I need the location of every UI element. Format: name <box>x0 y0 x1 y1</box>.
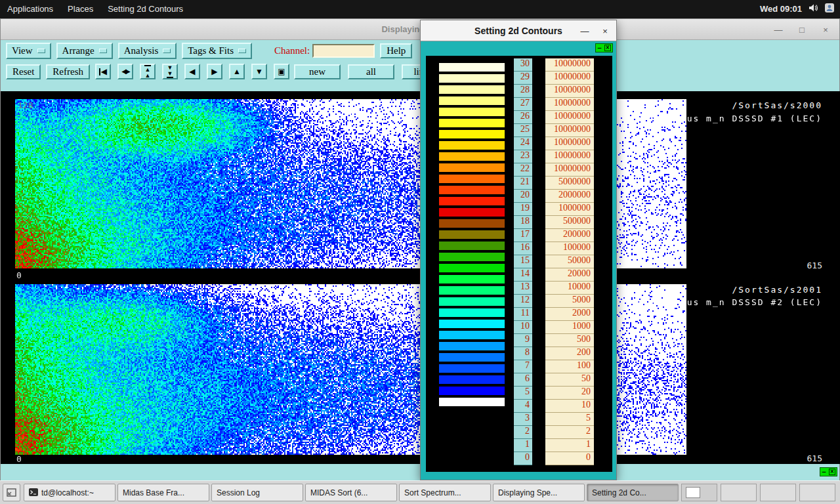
step-down-icon: ▼ <box>255 68 263 75</box>
reset-button[interactable]: Reset <box>6 64 41 79</box>
menu-analysis-button[interactable]: Analysis <box>118 43 177 59</box>
plot1-spectrum-name: /SortSas/s2000 <box>732 100 822 110</box>
all-mode-button[interactable]: all <box>348 64 394 79</box>
contour-value-entry-11[interactable]: 2000 <box>545 308 594 321</box>
minimize-icon[interactable]: — <box>579 26 591 36</box>
step-left-button[interactable]: ◀ <box>184 64 200 79</box>
shade-close-widget[interactable]: −× <box>595 43 613 52</box>
contour-swatch-25 <box>439 119 505 127</box>
refresh-button[interactable]: Refresh <box>46 64 90 79</box>
contour-swatch-7 <box>439 320 505 328</box>
contour-swatch-12 <box>439 264 505 272</box>
contour-value-entry-24[interactable]: 10000000 <box>545 137 594 150</box>
contour-swatches <box>439 61 505 409</box>
panel-menu-places[interactable]: Places <box>60 0 100 18</box>
panel-window-button[interactable]: Setting 2d Contours <box>100 0 190 18</box>
contour-value-entry-19[interactable]: 1000000 <box>545 203 594 216</box>
step-up-button[interactable]: ▲ <box>229 64 245 79</box>
help-button[interactable]: Help <box>380 43 412 58</box>
contour-value-entry-12[interactable]: 5000 <box>545 295 594 308</box>
contour-value-entry-13[interactable]: 10000 <box>545 282 594 295</box>
new-mode-button[interactable]: new <box>294 64 341 79</box>
contour-value-entry-25[interactable]: 10000000 <box>545 124 594 137</box>
expand-horizontal-icon: ◀▶ <box>121 68 129 75</box>
step-down-button[interactable]: ▼ <box>251 64 267 79</box>
taskbar-button-setting-2d-co[interactable]: Setting 2d Co... <box>587 484 679 501</box>
contour-value-entry-21[interactable]: 5000000 <box>545 177 594 190</box>
contour-value-entry-2[interactable]: 2 <box>545 426 594 439</box>
menu-tags-fits-button[interactable]: Tags & Fits <box>182 43 252 59</box>
contour-swatch-16 <box>439 219 505 228</box>
expand-horizontal-button[interactable]: ◀▶ <box>117 64 133 79</box>
taskbar-button-label: Displaying Spe... <box>498 488 557 497</box>
clock[interactable]: Wed 09:01 <box>760 4 802 14</box>
skip-start-button[interactable]: ◀ <box>95 64 111 79</box>
contour-value-entry-30[interactable]: 10000000 <box>545 58 594 72</box>
taskbar-button-midas-base-fra[interactable]: Midas Base Fra... <box>117 484 209 501</box>
channel-label: Channel: <box>274 45 310 56</box>
contour-value-entry-14[interactable]: 20000 <box>545 268 594 282</box>
contour-value-entry-28[interactable]: 10000000 <box>545 85 594 98</box>
contours-panel: 3029282726252423222120191817161514131211… <box>426 56 612 472</box>
contour-value-entry-10[interactable]: 1000 <box>545 321 594 334</box>
contour-swatch-20 <box>439 175 505 183</box>
workspace-4[interactable] <box>799 484 835 501</box>
panel-menu-applications[interactable]: Applications <box>0 0 60 18</box>
contour-value-entry-0[interactable]: 0 <box>545 452 594 465</box>
channel-input[interactable] <box>312 44 375 58</box>
taskbar-button-session-log[interactable]: Session Log <box>211 484 303 501</box>
taskbar-button-td-localhost[interactable]: td@localhost:~ <box>24 484 116 501</box>
user-status-icon[interactable] <box>824 3 835 15</box>
contour-index-18: 18 <box>514 216 532 229</box>
contour-value-entry-20[interactable]: 2000000 <box>545 190 594 203</box>
menu-view-button[interactable]: View <box>6 43 51 59</box>
close-icon[interactable]: × <box>818 25 833 35</box>
contour-index-2: 2 <box>514 426 532 439</box>
contour-value-entry-9[interactable]: 500 <box>545 334 594 347</box>
contour-value-entry-17[interactable]: 200000 <box>545 229 594 242</box>
step-left-icon: ◀ <box>189 68 195 75</box>
scroll-to-top-button[interactable]: ▲▲ <box>140 64 156 79</box>
contour-value-entry-22[interactable]: 10000000 <box>545 163 594 177</box>
show-desktop-button[interactable] <box>3 484 20 501</box>
taskbar-button-displaying-spe[interactable]: Displaying Spe... <box>493 484 585 501</box>
contour-index-27: 27 <box>514 98 532 111</box>
workspace-2[interactable] <box>721 484 757 501</box>
taskbar-button-midas-sort-6[interactable]: MIDAS Sort (6... <box>305 484 397 501</box>
step-right-button[interactable]: ▶ <box>207 64 222 79</box>
contour-index-7: 7 <box>514 360 532 373</box>
taskbar-button-sort-spectrum[interactable]: Sort Spectrum... <box>399 484 491 501</box>
close-icon[interactable]: × <box>599 26 611 36</box>
contour-value-entry-4[interactable]: 10 <box>545 400 594 413</box>
panel-menus: ApplicationsPlacesSetting 2d Contours <box>0 0 190 18</box>
shade-close-widget[interactable]: −× <box>820 467 837 476</box>
contour-value-entry-3[interactable]: 5 <box>545 413 594 426</box>
contour-value-entry-15[interactable]: 50000 <box>545 255 594 268</box>
full-view-button[interactable]: ▣ <box>274 64 289 79</box>
contour-swatch-2 <box>439 375 505 384</box>
menu-label: Analysis <box>124 45 159 56</box>
maximize-icon[interactable]: □ <box>795 25 809 35</box>
contour-value-entry-27[interactable]: 10000000 <box>545 98 594 111</box>
contour-value-entry-16[interactable]: 100000 <box>545 242 594 255</box>
contour-value-entry-6[interactable]: 50 <box>545 373 594 387</box>
contour-value-entry-29[interactable]: 10000000 <box>545 72 594 85</box>
speaker-icon[interactable] <box>808 3 818 15</box>
contour-index-30: 30 <box>514 58 532 72</box>
contour-value-entry-23[interactable]: 10000000 <box>545 150 594 163</box>
scroll-to-bottom-button[interactable]: ▼▼ <box>162 64 178 79</box>
contour-value-entry-8[interactable]: 200 <box>545 347 594 360</box>
contour-value-entry-5[interactable]: 20 <box>545 387 594 400</box>
contour-value-entry-7[interactable]: 100 <box>545 360 594 373</box>
contour-swatch-18 <box>439 197 505 205</box>
contour-value-entry-1[interactable]: 1 <box>545 439 594 452</box>
contour-value-entry-26[interactable]: 10000000 <box>545 111 594 124</box>
contour-value-entry-18[interactable]: 500000 <box>545 216 594 229</box>
terminal-icon <box>29 487 38 499</box>
minimize-icon[interactable]: — <box>771 25 786 35</box>
contour-index-8: 8 <box>514 347 532 360</box>
contour-index-21: 21 <box>514 177 532 190</box>
workspace-1[interactable] <box>681 484 717 501</box>
workspace-3[interactable] <box>760 484 796 501</box>
menu-arrange-button[interactable]: Arrange <box>56 43 113 59</box>
